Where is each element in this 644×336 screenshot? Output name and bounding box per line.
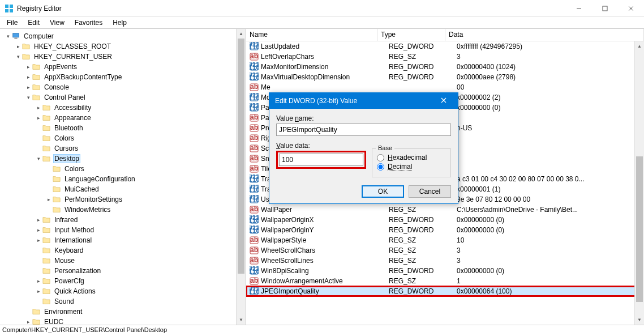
- tree-item[interactable]: ▸Colors: [0, 133, 246, 143]
- chevron-right-icon[interactable]: ▸: [25, 319, 32, 325]
- list-row[interactable]: WheelScrollLinesREG_SZ3: [246, 256, 644, 266]
- chevron-right-icon[interactable]: ▸: [35, 237, 42, 243]
- menu-help[interactable]: Help: [108, 18, 131, 28]
- chevron-right-icon[interactable]: ▸: [35, 288, 42, 294]
- chevron-down-icon[interactable]: ▾: [15, 54, 22, 59]
- list-row[interactable]: Me00: [246, 82, 644, 92]
- chevron-right-icon[interactable]: ▸: [45, 176, 52, 182]
- chevron-right-icon[interactable]: ▸: [35, 105, 42, 110]
- list-row[interactable]: Win8DpiScalingREG_DWORD0x00000000 (0): [246, 266, 644, 276]
- column-header-type[interactable]: Type: [377, 29, 445, 41]
- list-row[interactable]: WallpaperOriginXREG_DWORD0x00000000 (0): [246, 215, 644, 225]
- tree-item[interactable]: ▸Accessibility: [0, 103, 246, 113]
- tree-item[interactable]: ▸Infrared: [0, 215, 246, 225]
- chevron-right-icon[interactable]: ▸: [35, 125, 42, 131]
- scroll-track[interactable]: [635, 51, 644, 315]
- scroll-down-button[interactable]: ▼: [635, 315, 644, 325]
- chevron-right-icon[interactable]: ▸: [35, 146, 42, 151]
- ok-button[interactable]: OK: [362, 185, 404, 198]
- column-header-data[interactable]: Data: [445, 29, 644, 41]
- tree-item[interactable]: ▾Desktop: [0, 154, 246, 164]
- tree-item[interactable]: ▸Input Method: [0, 225, 246, 235]
- chevron-down-icon[interactable]: ▾: [35, 156, 42, 161]
- menu-favorites[interactable]: Favorites: [70, 18, 107, 28]
- menu-file[interactable]: File: [2, 18, 22, 28]
- tree-item[interactable]: ▸Personalization: [0, 266, 246, 276]
- tree-item[interactable]: ▸International: [0, 235, 246, 245]
- value-name-input[interactable]: [276, 124, 451, 136]
- scroll-thumb[interactable]: [238, 39, 244, 274]
- tree-item[interactable]: ▸WindowMetrics: [0, 205, 246, 215]
- chevron-right-icon[interactable]: ▸: [25, 64, 32, 70]
- chevron-right-icon[interactable]: ▸: [35, 115, 42, 121]
- tree-item[interactable]: ▸PowerCfg: [0, 276, 246, 286]
- tree-item[interactable]: ▸Keyboard: [0, 245, 246, 256]
- dialog-titlebar[interactable]: Edit DWORD (32-bit) Value: [269, 93, 458, 109]
- tree-item[interactable]: ▸Colors: [0, 164, 246, 174]
- scroll-thumb[interactable]: [636, 156, 643, 301]
- tree-item[interactable]: ▸AppEvents: [0, 62, 246, 72]
- tree-item[interactable]: ▸Environment: [0, 307, 246, 317]
- chevron-right-icon[interactable]: ▸: [35, 248, 42, 253]
- chevron-right-icon[interactable]: ▸: [45, 197, 52, 202]
- menu-edit[interactable]: Edit: [23, 18, 44, 28]
- chevron-down-icon[interactable]: ▾: [25, 95, 32, 100]
- chevron-right-icon[interactable]: ▸: [35, 227, 42, 233]
- chevron-right-icon[interactable]: ▸: [35, 268, 42, 274]
- hex-radio-row[interactable]: Hexadecimal: [377, 154, 446, 161]
- list-row[interactable]: MaxMonitorDimensionREG_DWORD0x00000400 (…: [246, 62, 644, 72]
- chevron-right-icon[interactable]: ▸: [45, 166, 52, 172]
- chevron-right-icon[interactable]: ▸: [45, 186, 52, 192]
- scroll-up-button[interactable]: ▲: [635, 41, 644, 51]
- list-row[interactable]: WallpaperStyleREG_SZ10: [246, 235, 644, 245]
- list-row[interactable]: WindowArrangementActiveREG_SZ1: [246, 276, 644, 286]
- chevron-right-icon[interactable]: ▸: [35, 135, 42, 141]
- list-row[interactable]: MaxVirtualDesktopDimensionREG_DWORD0x000…: [246, 72, 644, 82]
- chevron-right-icon[interactable]: ▸: [35, 299, 42, 304]
- list-row[interactable]: WallpaperOriginYREG_DWORD0x00000000 (0): [246, 225, 644, 235]
- decimal-radio[interactable]: [377, 163, 384, 171]
- scroll-track[interactable]: [237, 39, 246, 315]
- tree-scrollbar[interactable]: ▲ ▼: [236, 29, 246, 325]
- tree-item[interactable]: ▾Control Panel: [0, 92, 246, 103]
- scroll-up-button[interactable]: ▲: [237, 29, 246, 39]
- tree-item[interactable]: ▸HKEY_CLASSES_ROOT: [0, 41, 246, 52]
- chevron-right-icon[interactable]: ▸: [45, 207, 52, 212]
- list-row[interactable]: WallPaperREG_SZC:\Users\admin\OneDrive -…: [246, 205, 644, 215]
- tree-item[interactable]: ▸Quick Actions: [0, 286, 246, 296]
- list-row[interactable]: LastUpdatedREG_DWORD0xffffffff (42949672…: [246, 41, 644, 52]
- list-scrollbar[interactable]: ▲ ▼: [634, 41, 644, 325]
- chevron-down-icon[interactable]: ▾: [5, 33, 11, 39]
- tree-item[interactable]: ▾HKEY_CURRENT_USER: [0, 52, 246, 62]
- tree-item[interactable]: ▸MuiCached: [0, 184, 246, 194]
- tree-item[interactable]: ▸Bluetooth: [0, 123, 246, 133]
- tree-item[interactable]: ▸Appearance: [0, 113, 246, 123]
- chevron-right-icon[interactable]: ▸: [25, 309, 32, 314]
- tree-item[interactable]: ▸AppXBackupContentType: [0, 72, 246, 82]
- value-data-input[interactable]: [279, 154, 363, 166]
- list-row[interactable]: JPEGImportQualityREG_DWORD0x00000064 (10…: [246, 286, 644, 296]
- tree-item[interactable]: ▸EUDC: [0, 317, 246, 325]
- chevron-right-icon[interactable]: ▸: [35, 217, 42, 223]
- tree-item[interactable]: ▸LanguageConfiguration: [0, 174, 246, 184]
- chevron-right-icon[interactable]: ▸: [35, 278, 42, 284]
- column-header-name[interactable]: Name: [246, 29, 377, 41]
- tree-item[interactable]: ▸Console: [0, 82, 246, 92]
- decimal-radio-row[interactable]: Decimal: [377, 163, 446, 171]
- tree-pane[interactable]: ▾Computer▸HKEY_CLASSES_ROOT▾HKEY_CURRENT…: [0, 29, 246, 325]
- menu-view[interactable]: View: [45, 18, 69, 28]
- list-row[interactable]: LeftOverlapCharsREG_SZ3: [246, 52, 644, 62]
- minimize-button[interactable]: [566, 0, 592, 17]
- close-button[interactable]: [618, 0, 644, 17]
- hex-radio[interactable]: [377, 154, 384, 161]
- tree-item[interactable]: ▸Sound: [0, 296, 246, 307]
- chevron-right-icon[interactable]: ▸: [35, 258, 42, 263]
- list-row[interactable]: WheelScrollCharsREG_SZ3: [246, 245, 644, 256]
- tree-item[interactable]: ▸PerMonitorSettings: [0, 194, 246, 205]
- chevron-right-icon[interactable]: ▸: [25, 74, 32, 80]
- dialog-close-button[interactable]: [435, 97, 452, 105]
- scroll-down-button[interactable]: ▼: [237, 315, 246, 325]
- tree-item[interactable]: ▸Mouse: [0, 256, 246, 266]
- cancel-button[interactable]: Cancel: [409, 185, 451, 198]
- tree-item[interactable]: ▸Cursors: [0, 143, 246, 154]
